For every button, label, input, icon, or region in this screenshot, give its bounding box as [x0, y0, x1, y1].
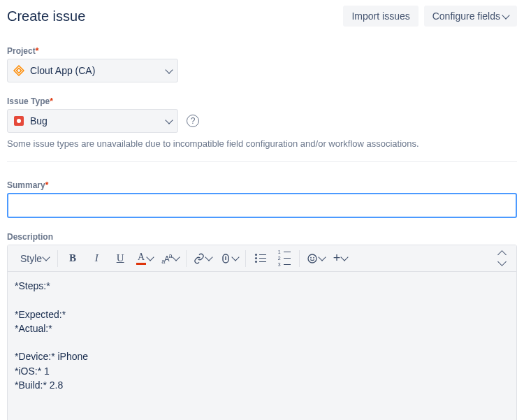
- collapse-icon: [499, 252, 505, 265]
- svg-rect-0: [16, 68, 21, 73]
- chevron-down-icon: [318, 253, 326, 261]
- divider: [7, 161, 517, 162]
- issue-type-select[interactable]: Bug: [7, 109, 178, 133]
- project-icon: [13, 65, 24, 76]
- editor-toolbar: Style B I U A aAa: [8, 245, 516, 272]
- issue-type-value: Bug: [30, 115, 162, 126]
- description-editor[interactable]: *Steps:* *Expected:* *Actual:* *Device:*…: [8, 272, 516, 420]
- style-dropdown[interactable]: Style: [13, 248, 54, 269]
- bug-icon: [13, 115, 24, 126]
- chevron-down-icon: [502, 11, 509, 19]
- project-label: Project*: [7, 46, 517, 56]
- project-value: Clout App (CA): [30, 65, 162, 76]
- text-color-button[interactable]: A: [132, 248, 157, 269]
- import-issues-button[interactable]: Import issues: [343, 6, 418, 27]
- chevron-down-icon: [341, 253, 349, 261]
- project-select[interactable]: Clout App (CA): [7, 59, 178, 82]
- svg-point-5: [313, 257, 314, 258]
- page-title: Create issue: [7, 8, 85, 24]
- chevron-down-icon: [165, 116, 173, 124]
- bold-button[interactable]: B: [61, 248, 85, 269]
- underline-button[interactable]: U: [108, 248, 132, 269]
- chevron-down-icon: [146, 253, 154, 261]
- svg-point-3: [308, 254, 316, 263]
- svg-point-4: [310, 257, 311, 258]
- configure-fields-button[interactable]: Configure fields: [424, 6, 517, 27]
- chevron-down-icon: [231, 253, 239, 261]
- chevron-down-icon: [205, 253, 212, 261]
- issue-type-helper: Some issue types are unavailable due to …: [7, 138, 517, 149]
- summary-label: Summary*: [7, 180, 517, 190]
- chevron-down-icon: [165, 66, 173, 73]
- insert-more-button[interactable]: +: [329, 248, 352, 269]
- help-icon[interactable]: ?: [187, 115, 199, 127]
- more-format-button[interactable]: aAa: [157, 248, 183, 269]
- description-label: Description: [7, 232, 517, 242]
- import-issues-label: Import issues: [351, 10, 409, 22]
- chevron-down-icon: [172, 253, 180, 261]
- emoji-button[interactable]: [303, 248, 329, 269]
- issue-type-label: Issue Type*: [7, 96, 517, 106]
- chevron-down-icon: [42, 253, 50, 261]
- collapse-toolbar-button[interactable]: [490, 248, 514, 269]
- configure-fields-label: Configure fields: [432, 10, 500, 22]
- italic-button[interactable]: I: [85, 248, 108, 269]
- numbered-list-button[interactable]: 123: [272, 248, 296, 269]
- summary-input[interactable]: [7, 193, 517, 218]
- link-button[interactable]: [189, 248, 216, 269]
- bullet-list-button[interactable]: [249, 248, 272, 269]
- attachment-button[interactable]: [216, 248, 242, 269]
